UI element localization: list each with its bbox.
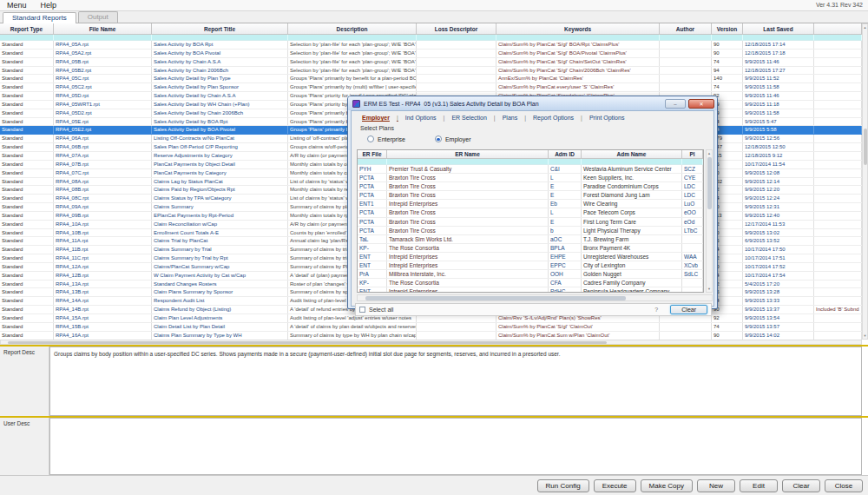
footer-button-new[interactable]: New [697, 479, 735, 492]
table-row[interactable]: StandardRPA4_16A.rptClaims Plan Summary … [0, 332, 862, 340]
cell: Braxton Tire Cross [387, 218, 549, 226]
dialog-tab-er-selection[interactable]: ER Selection [448, 115, 498, 121]
cell: PCTA [358, 191, 387, 199]
table-row[interactable]: StandardRPA4_05A.rptSales Activity by BO… [0, 41, 862, 50]
cell: Claims/PlanCat Summary w/Cap [152, 263, 288, 271]
employer-table[interactable]: ER FileER NameAdm IDAdm NamePlPYHPremier… [357, 149, 704, 293]
cell: 90 [712, 50, 743, 57]
menu-item-help[interactable]: Help [34, 1, 64, 10]
cell: Sales Activity Detail by WH Chain (+Plan… [152, 101, 288, 109]
scrollbar-thumb[interactable] [707, 157, 712, 209]
footer-button-execute[interactable]: Execute [594, 479, 636, 492]
table-row[interactable]: ENTIntrepid EnterprisesPdHCPeninsula Hea… [358, 287, 703, 293]
table-row[interactable]: StandardRPA4_05B.rptSales Activity by Ch… [0, 58, 862, 67]
dialog-title-bar[interactable]: ERM ES Test - RPA4_05 (v3.1) Sales Activ… [348, 96, 717, 110]
footer-button-close[interactable]: Close [825, 479, 863, 492]
footer-button-edit[interactable]: Edit [740, 479, 778, 492]
cell: eOd [682, 218, 703, 226]
dialog-tab-plans[interactable]: Plans [499, 115, 529, 121]
radio-icon[interactable] [435, 135, 442, 142]
footer-button-make-copy[interactable]: Make Copy [641, 479, 693, 492]
table-row[interactable]: PCTABraxton Tire CrossbLight Physical Th… [358, 227, 703, 235]
cell: 12/18/2015 9:12 [743, 152, 814, 160]
cell: Standard [0, 272, 54, 280]
cell: Standard [0, 58, 54, 66]
cell: RPA4_05B.rpt [54, 58, 152, 66]
table-row[interactable]: StandardRPA4_05B2.rptSales Activity by C… [0, 67, 862, 76]
footer-button-clear[interactable]: Clear [782, 479, 820, 492]
cell [660, 67, 712, 75]
cell: Intrepid Enterprises [387, 200, 549, 208]
menu-item-menu[interactable]: Menu [0, 1, 34, 10]
dialog-horizontal-scrollbar[interactable] [357, 294, 713, 301]
help-label: ? [654, 307, 658, 313]
table-row[interactable]: PCTABraxton Tire CrossEFirst Long Term C… [358, 218, 703, 227]
cell: PCTA [358, 227, 387, 234]
cell: Braxton Tire Cross [387, 174, 549, 182]
table-row[interactable]: StandardRPA4_15B.rptClaim Detail List by… [0, 323, 862, 332]
table-row[interactable]: KP-The Rose ConsortiaBPLABronx Payment 4… [358, 244, 703, 253]
scroll-down-icon[interactable]: ▼ [863, 333, 867, 338]
table-row[interactable]: ENTIntrepid EnterprisesEHPEUnregistered … [358, 253, 703, 261]
cell: RPA4_08A.rpt [54, 178, 152, 186]
table-row[interactable]: TaLTamarack Sim Works Ltd.aOCT.J. Brewin… [358, 235, 703, 244]
cell: Standard [0, 254, 54, 262]
table-row[interactable]: StandardRPA4_05C.rptSales Activity Detai… [0, 75, 862, 83]
table-row[interactable]: StandardRPA4_05A2.rptSales Activity by B… [0, 50, 862, 58]
scrollbar-thumb[interactable] [864, 129, 867, 165]
dialog-tab-print-options[interactable]: Print Options [586, 115, 628, 121]
table-row[interactable]: StandardRPA4_05C2.rptSales Activity Deta… [0, 83, 862, 92]
table-row[interactable]: PCTABraxton Tire CrossEParadise Condomin… [358, 182, 703, 191]
tab-output[interactable]: Output [78, 11, 118, 23]
dialog-tab-ind-options[interactable]: Ind Options [402, 115, 449, 121]
app-icon [352, 100, 360, 108]
dialog-tab-report-options[interactable]: Report Options [529, 115, 586, 121]
tab-standard-reports[interactable]: Standard Reports [3, 12, 76, 23]
cell [814, 195, 862, 202]
scroll-up-icon[interactable]: ▲ [863, 25, 867, 30]
radio-option-enterprise[interactable]: Enterprise [367, 135, 405, 142]
radio-icon[interactable] [367, 135, 374, 142]
footer-button-run-config[interactable]: Run Config [537, 479, 589, 492]
scrollbar-thumb[interactable] [365, 296, 626, 300]
table-filter-row[interactable] [0, 35, 862, 41]
close-button[interactable]: ✕ [688, 99, 714, 109]
cell: RPA4_05A2.rpt [54, 50, 152, 57]
cell [814, 297, 862, 305]
table-row[interactable]: KP-The Rose ConsortiaCFACadres Family Co… [358, 279, 703, 287]
cell: Standard [0, 50, 54, 57]
cell [814, 152, 862, 160]
table-row[interactable]: PCTABraxton Tire CrossEForest Diamond Ju… [358, 191, 703, 200]
cell: RPA4_05E2.rpt [54, 126, 152, 134]
vertical-scrollbar[interactable]: ▲ ▼ [862, 23, 868, 340]
scroll-up-icon[interactable]: ▲ [707, 151, 712, 155]
user-desc-text[interactable] [49, 418, 862, 475]
scrollbar-thumb[interactable] [8, 341, 607, 344]
cell: RPA4_05A.rpt [54, 41, 152, 49]
cell: 10/17/2014 11:54 [743, 161, 814, 168]
table-row[interactable]: ENT1Intrepid EnterprisesEbWire ClearingL… [358, 200, 703, 208]
cell: 12/18/2015 17:18 [743, 50, 814, 57]
cell: Selection by 'plan-file' for each 'plan-… [288, 58, 417, 66]
cell: First Long Term Care [582, 218, 682, 226]
minimize-button[interactable]: – [665, 99, 686, 109]
cell: Claim/Sum% by PlanCat 'S/gl' Chain/2006B… [496, 67, 660, 75]
cell: 12/18/2015 12:50 [743, 143, 814, 151]
table-row[interactable]: PCTABraxton Tire CrossLKeen Suppliers, I… [358, 174, 703, 182]
cell [682, 279, 703, 287]
scroll-down-icon[interactable]: ▼ [707, 287, 712, 291]
column-header: Adm Name [582, 150, 682, 159]
table-row[interactable]: ENTIntrepid EnterprisesEPPCCity of Lexin… [358, 261, 703, 270]
cell: Claims Summary by Trial [152, 246, 288, 254]
radio-option-employer[interactable]: Employer [435, 135, 471, 142]
cell: Standard [0, 118, 54, 126]
dialog-vertical-scrollbar[interactable]: ▲ ▼ [706, 149, 713, 293]
table-row[interactable]: PYHPremier Trust & CasualtyC&IWestavia A… [358, 165, 703, 174]
table-filter-row[interactable] [358, 159, 703, 165]
report-desc-text[interactable]: Groups claims by body position within a … [49, 346, 862, 416]
table-row[interactable]: PCTABraxton Tire CrossLPace Telecom Corp… [358, 208, 703, 217]
table-row[interactable]: PrAMillbrea Interstate, Inc.OOHGolden Nu… [358, 270, 703, 279]
dialog-tab-employer[interactable]: Employer [358, 115, 402, 121]
select-all-checkbox[interactable] [359, 307, 365, 313]
clear-button[interactable]: Clear [670, 305, 707, 314]
